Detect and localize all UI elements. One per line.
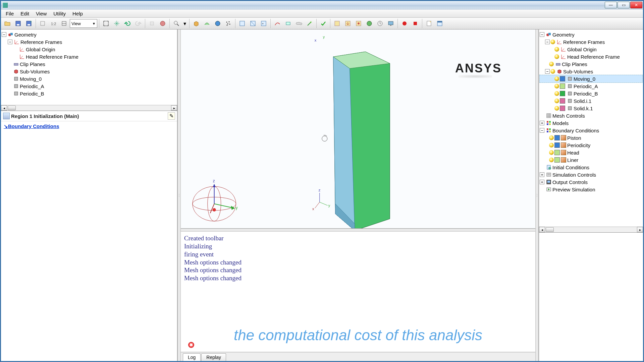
bulb-icon[interactable] xyxy=(554,47,559,52)
close-button[interactable]: ✕ xyxy=(630,2,642,8)
tree-item[interactable]: Liner xyxy=(540,156,642,164)
window-tool[interactable] xyxy=(435,18,445,28)
color-swatch[interactable] xyxy=(554,150,560,155)
saveas-icon[interactable] xyxy=(24,18,34,28)
minimize-button[interactable]: — xyxy=(605,2,617,8)
tree-item[interactable]: Clip Planes xyxy=(2,60,176,68)
tree-item[interactable]: Piston xyxy=(540,134,642,141)
stop-tool[interactable] xyxy=(410,18,420,28)
tree-item[interactable]: Preview Simulation xyxy=(540,186,642,193)
save-icon[interactable] xyxy=(13,18,23,28)
tree-item[interactable]: Clip Planes xyxy=(540,60,642,68)
tree-item[interactable]: Periodic_A xyxy=(2,82,176,90)
view-select[interactable]: View▼ xyxy=(70,19,97,28)
globe-tool[interactable] xyxy=(364,18,374,28)
color-swatch[interactable] xyxy=(560,98,565,104)
bulb-icon[interactable] xyxy=(550,40,555,44)
tree-root[interactable]: −Geometry xyxy=(2,31,176,38)
export-tool-1[interactable] xyxy=(332,18,342,28)
tree-item[interactable]: Periodic_B xyxy=(540,90,642,97)
bulb-icon[interactable] xyxy=(554,54,559,59)
tree-scrollbar[interactable]: ◂▸ xyxy=(1,105,177,111)
bulb-icon[interactable] xyxy=(549,62,554,66)
collapse-icon[interactable]: − xyxy=(8,40,12,44)
redo-icon[interactable] xyxy=(133,18,143,28)
color-swatch[interactable] xyxy=(560,106,565,111)
viewport-3d[interactable]: z y x x y xyxy=(181,29,535,229)
undo-icon[interactable] xyxy=(122,18,132,28)
tree-item[interactable]: +Output Controls xyxy=(540,178,642,186)
tree-item[interactable]: Periodic_A xyxy=(540,82,642,90)
splitter-right[interactable]: ⋮ xyxy=(535,29,539,361)
bulb-icon[interactable] xyxy=(549,143,554,147)
bulb-icon[interactable] xyxy=(549,135,554,140)
tree-item-selected[interactable]: Moving_0 xyxy=(540,75,642,82)
color-swatch[interactable] xyxy=(560,76,565,81)
tool-3[interactable] xyxy=(59,18,69,28)
tree-item[interactable]: Mesh Controls xyxy=(540,112,642,119)
tree-item[interactable]: −Reference Frames xyxy=(540,38,642,46)
tree-item[interactable]: Periodicity xyxy=(540,141,642,149)
left-tree-pane[interactable]: −Geometry −Reference Frames Global Origi… xyxy=(1,29,177,105)
section-tool[interactable] xyxy=(283,18,293,28)
tab-replay[interactable]: Replay xyxy=(201,353,226,361)
screen-tool[interactable] xyxy=(386,18,396,28)
tree-item[interactable]: +Simulation Controls xyxy=(540,171,642,178)
curve-tool[interactable] xyxy=(272,18,282,28)
tree-item[interactable]: Solid.i.1 xyxy=(540,97,642,105)
fit-icon[interactable] xyxy=(101,18,111,28)
bulb-icon[interactable] xyxy=(554,106,559,111)
tree-item[interactable]: Sub-Volumes xyxy=(2,68,176,75)
tree-item[interactable]: +Models xyxy=(540,119,642,127)
tree-item[interactable]: Global Origin xyxy=(2,46,176,53)
sphere-tool[interactable] xyxy=(213,18,223,28)
edit-icon[interactable]: ✎ xyxy=(168,112,175,120)
menu-help[interactable]: Help xyxy=(69,9,86,17)
splitter-viewport[interactable] xyxy=(181,229,535,232)
color-swatch[interactable] xyxy=(554,135,560,140)
bulb-icon[interactable] xyxy=(554,99,559,103)
bulb-icon[interactable] xyxy=(549,158,554,162)
cloud-tool[interactable] xyxy=(294,18,304,28)
bulb-icon[interactable] xyxy=(549,150,554,155)
note-tool[interactable] xyxy=(424,18,434,28)
bulb-icon[interactable] xyxy=(554,76,559,81)
open-icon[interactable] xyxy=(2,18,12,28)
collapse-icon[interactable]: − xyxy=(2,32,6,37)
maximize-button[interactable]: ▭ xyxy=(618,2,630,8)
tree-item[interactable]: Head xyxy=(540,149,642,156)
tree-item[interactable]: Global Origin xyxy=(540,46,642,53)
tree-item[interactable]: Head Reference Frame xyxy=(540,53,642,60)
tree-item[interactable]: −Boundary Conditions xyxy=(540,127,642,134)
tree-item[interactable]: Initial Conditions xyxy=(540,164,642,171)
tree-item[interactable]: Solid.k.1 xyxy=(540,105,642,112)
bulb-icon[interactable] xyxy=(550,69,555,74)
chart-tool-3[interactable]: + xyxy=(259,18,269,28)
boundary-conditions-link[interactable]: ↘Boundary Conditions xyxy=(1,121,177,131)
tree-item[interactable]: −Sub-Volumes xyxy=(540,68,642,75)
color-swatch[interactable] xyxy=(560,91,565,96)
tool-2[interactable]: 1:2 xyxy=(48,18,58,28)
tree-item[interactable]: −Reference Frames xyxy=(2,38,176,46)
cube-icon[interactable] xyxy=(147,18,157,28)
menu-view[interactable]: View xyxy=(33,9,50,17)
box-tool[interactable] xyxy=(191,18,201,28)
record-tool[interactable] xyxy=(399,18,410,28)
color-swatch[interactable] xyxy=(554,157,560,163)
tree-item[interactable]: Head Reference Frame xyxy=(2,53,176,60)
menu-edit[interactable]: Edit xyxy=(17,9,33,17)
points-tool[interactable] xyxy=(223,18,233,28)
menu-file[interactable]: File xyxy=(2,9,17,17)
material-icon[interactable] xyxy=(158,18,168,28)
export-tool-3[interactable] xyxy=(354,18,364,28)
wand-tool[interactable] xyxy=(305,18,315,28)
surface-tool[interactable] xyxy=(202,18,212,28)
zoom-icon[interactable] xyxy=(171,18,181,28)
tree-root[interactable]: −Geometry xyxy=(540,31,642,38)
bulb-icon[interactable] xyxy=(554,84,559,88)
tool-1[interactable] xyxy=(38,18,48,28)
color-swatch[interactable] xyxy=(554,142,560,148)
tree-item[interactable]: Periodic_B xyxy=(2,90,176,97)
chart-tool-1[interactable] xyxy=(237,18,247,28)
clock-tool[interactable] xyxy=(375,18,385,28)
